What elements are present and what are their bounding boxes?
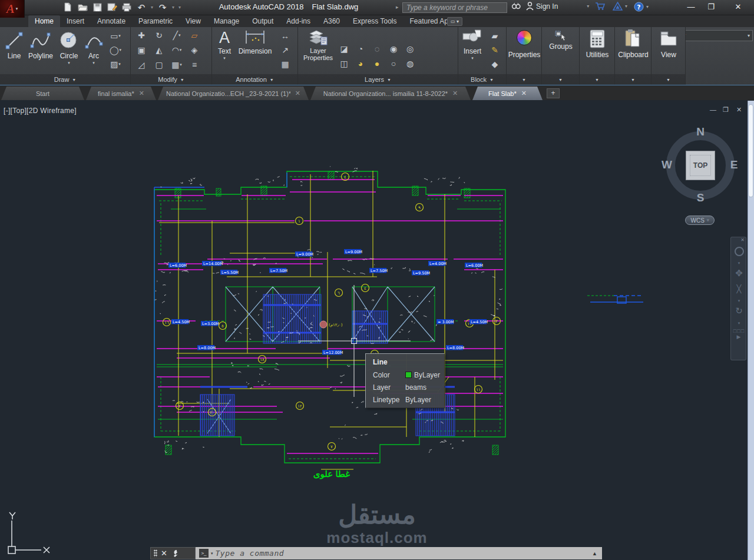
panel-label-properties[interactable]: ▼	[507, 74, 541, 85]
application-menu-button[interactable]: A▾	[0, 0, 25, 18]
freeze-icon[interactable]: ◔	[353, 42, 368, 55]
properties-icon[interactable]	[517, 30, 532, 45]
autodesk-app-icon[interactable]: ▾	[613, 2, 627, 11]
command-prompt-icon[interactable]: >_	[199, 549, 209, 558]
clipboard-icon[interactable]	[625, 29, 641, 51]
unlock-icon[interactable]: ○	[386, 57, 401, 70]
text-button[interactable]: A Text▾	[214, 29, 234, 61]
ribbon-tab-parametric[interactable]: Parametric	[132, 15, 179, 27]
doc-restore-icon[interactable]: ❐	[723, 106, 729, 114]
mirror-icon[interactable]: ◭	[152, 44, 166, 57]
rectangular-array-icon[interactable]: ▦▾	[170, 58, 184, 71]
hatch-icon[interactable]: ▨▾	[108, 58, 123, 71]
view-button[interactable]: View	[652, 51, 686, 59]
utilities-button[interactable]: Utilities	[580, 51, 615, 59]
clipboard-button[interactable]: Clipboard	[615, 51, 652, 59]
file-tab-active[interactable]: Flat Slab*✕	[472, 87, 543, 100]
ribbon-tab-manage[interactable]: Manage	[207, 15, 246, 27]
ribbon-tab-add-ins[interactable]: Add-ins	[280, 15, 317, 27]
ribbon-tab-insert[interactable]: Insert	[60, 15, 91, 27]
qat-customize-icon[interactable]: ▾	[178, 5, 181, 10]
unisolate-icon[interactable]: ◫	[337, 57, 351, 70]
lock-icon[interactable]: ◉	[386, 42, 401, 55]
compass-east[interactable]: E	[725, 158, 743, 171]
layer-on-icon[interactable]: ●	[370, 57, 384, 70]
close-button[interactable]: ✕	[729, 1, 747, 13]
doc-close-icon[interactable]: ✕	[736, 106, 742, 114]
minimize-button[interactable]: —	[682, 1, 700, 13]
save-icon[interactable]	[92, 2, 102, 12]
fillet-icon[interactable]: ◠▾	[170, 44, 184, 57]
file-tab[interactable]: Start	[1, 87, 84, 100]
dimension-button[interactable]: Dimension	[236, 29, 275, 55]
sign-in-control[interactable]: Sign In ▾	[526, 2, 589, 11]
navigation-wheel-icon[interactable]	[731, 247, 747, 256]
scale-icon[interactable]: ▢	[152, 58, 166, 71]
layer-properties-button[interactable]: LayerProperties	[302, 29, 335, 61]
ribbon-tab-output[interactable]: Output	[246, 15, 280, 27]
command-expand-icon[interactable]: ▲	[592, 551, 598, 556]
search-expand-icon[interactable]: ▸	[396, 4, 399, 10]
make-current-icon[interactable]: ◎	[403, 42, 417, 55]
edit-block-icon[interactable]: ✎	[488, 44, 502, 57]
command-bar-grip[interactable]: ✕	[150, 547, 196, 559]
navbar-close-icon[interactable]: ✕	[740, 237, 745, 243]
match-layer-icon[interactable]: ◍	[403, 57, 417, 70]
ribbon-tab-express-tools[interactable]: Express Tools	[346, 15, 403, 27]
undo-icon[interactable]: ↶	[136, 2, 147, 12]
pan-icon[interactable]: ✥	[731, 268, 747, 279]
command-close-icon[interactable]: ✕	[161, 549, 167, 558]
groups-icon[interactable]	[555, 29, 567, 44]
rotate-icon[interactable]: ↻	[152, 29, 166, 42]
viewport-controls[interactable]: [-][Top][2D Wireframe]	[4, 107, 77, 115]
panel-label-modify[interactable]: Modify▼	[131, 74, 211, 85]
new-file-icon[interactable]	[62, 2, 73, 12]
orbit-icon[interactable]: ↻	[731, 306, 747, 316]
copy-icon[interactable]: ▣	[134, 44, 148, 57]
ribbon-tab-home[interactable]: Home	[28, 15, 60, 27]
linear-dimension-icon[interactable]: ↔	[278, 29, 292, 42]
line-button[interactable]: Line	[4, 29, 25, 60]
scrollbar-thumb[interactable]	[748, 104, 753, 197]
erase-icon[interactable]: ▱	[187, 29, 201, 42]
panel-label-layers[interactable]: Layers▼	[298, 74, 458, 85]
create-block-icon[interactable]: ▰	[488, 29, 502, 42]
close-tab-icon[interactable]: ✕	[295, 90, 300, 97]
redo-icon[interactable]: ↷	[157, 2, 168, 12]
rectangle-icon[interactable]: ▭▾	[108, 29, 123, 42]
file-tab[interactable]: final ismalia*✕	[86, 87, 156, 100]
open-file-icon[interactable]	[77, 2, 88, 12]
navigation-bar[interactable]: ✕ ▾ ✥ ╳ ▾ ↻ ▾ □□□▶	[730, 237, 746, 360]
keyword-search-input[interactable]	[402, 2, 507, 13]
trim-icon[interactable]: ╱▾	[170, 29, 184, 42]
doc-minimize-icon[interactable]: —	[710, 106, 716, 113]
close-tab-icon[interactable]: ✕	[521, 90, 527, 97]
showmotion-icon[interactable]: □□□▶	[731, 328, 747, 340]
ribbon-tab-view[interactable]: View	[179, 15, 207, 27]
panel-label-groups[interactable]: ▼	[542, 74, 579, 85]
wcs-button[interactable]: WCS▿	[685, 216, 715, 225]
compass-south[interactable]: S	[692, 191, 709, 204]
customize-wrench-icon[interactable]	[171, 549, 180, 558]
redo-dropdown-icon[interactable]: ▾	[172, 5, 174, 10]
file-tab[interactable]: National Organization... ismailia 11-8-2…	[310, 87, 471, 100]
explode-icon[interactable]: ◈	[187, 44, 201, 57]
properties-button[interactable]: Properties	[507, 51, 542, 59]
utilities-icon[interactable]	[590, 29, 605, 51]
view-icon[interactable]	[660, 31, 677, 48]
zoom-icon[interactable]: ╳	[731, 284, 747, 293]
command-history-dropdown-icon[interactable]: ▾	[211, 551, 213, 556]
arc-button[interactable]: Arc▾	[84, 29, 104, 65]
viewcube-top-face[interactable]: TOP	[686, 151, 715, 180]
layer-off-icon[interactable]: ◌	[370, 42, 384, 55]
groups-button[interactable]: Groups	[542, 42, 580, 51]
file-tab[interactable]: National Organizatio...ECH _23-9-2021 (1…	[158, 87, 309, 100]
compass-north[interactable]: N	[692, 125, 709, 138]
panel-label-clipboard[interactable]: ▼	[615, 74, 651, 85]
command-input[interactable]	[216, 549, 590, 558]
insert-button[interactable]: Insert▾	[461, 29, 484, 61]
ribbon-tab-annotate[interactable]: Annotate	[91, 15, 132, 27]
close-tab-icon[interactable]: ✕	[452, 90, 458, 97]
panel-label-draw[interactable]: Draw▼	[0, 74, 130, 85]
circle-button[interactable]: Circle▾	[57, 29, 81, 65]
